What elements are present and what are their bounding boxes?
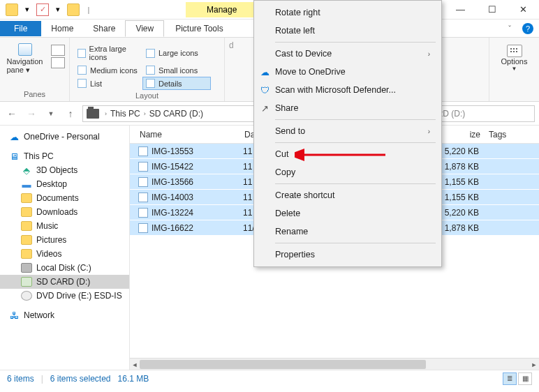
forward-button[interactable]: → — [24, 106, 39, 121]
ribbon-collapse-icon[interactable]: ˇ — [503, 24, 517, 33]
dvd-icon — [21, 291, 32, 301]
tree-network[interactable]: 🖧Network — [0, 308, 129, 322]
file-name: IMG-15422 — [152, 162, 193, 172]
options-icon — [507, 45, 522, 57]
tree-dvd-drive[interactable]: DVD Drive (E:) ESD-IS — [0, 289, 129, 303]
ctx-rotate-right[interactable]: Rotate right — [254, 3, 441, 22]
view-list[interactable]: List — [74, 77, 142, 90]
large-icons-view-icon[interactable]: ▦ — [518, 372, 532, 385]
column-tags[interactable]: Tags — [485, 130, 539, 140]
drive-icon — [87, 109, 99, 119]
ctx-separator — [275, 183, 436, 184]
folder-icon[interactable] — [6, 3, 18, 16]
xl-icons-icon — [77, 49, 86, 58]
sm-icons-icon — [146, 66, 155, 75]
md-icons-icon — [77, 66, 87, 75]
ctx-move-to-onedrive[interactable]: ☁Move to OneDrive — [254, 63, 441, 81]
desktop-icon: ▬ — [21, 179, 32, 189]
tab-home[interactable]: Home — [41, 21, 83, 36]
chevron-right-icon: › — [428, 128, 430, 135]
details-pane-icon[interactable] — [51, 57, 65, 68]
scroll-left-icon[interactable]: ◄ — [130, 359, 140, 370]
ctx-copy[interactable]: Copy — [254, 163, 441, 181]
ctx-share[interactable]: ↗Share — [254, 99, 441, 117]
breadcrumb-sd-card[interactable]: SD CARD (D:) — [148, 109, 205, 119]
tree-videos[interactable]: Videos — [0, 247, 129, 261]
ctx-create-shortcut[interactable]: Create shortcut — [254, 186, 441, 204]
chevron-right-icon[interactable]: › — [142, 110, 148, 117]
ctx-separator — [275, 119, 436, 120]
horizontal-scrollbar[interactable]: ◄ ► — [130, 358, 539, 370]
breadcrumb-this-pc[interactable]: This PC — [109, 109, 142, 119]
status-size: 16.1 MB — [118, 374, 149, 384]
tab-share[interactable]: Share — [83, 21, 125, 36]
ctx-properties[interactable]: Properties — [254, 246, 441, 264]
navigation-pane-label: Navigationpane ▾ — [7, 57, 43, 75]
tree-pictures[interactable]: Pictures — [0, 233, 129, 247]
navigation-pane-icon — [18, 43, 32, 56]
disk-icon — [21, 263, 32, 273]
view-xlarge-icons[interactable]: Extra large icons — [74, 43, 142, 63]
navigation-pane-button[interactable]: Navigationpane ▾ — [4, 40, 45, 75]
downloads-icon — [21, 207, 32, 217]
details-view-icon[interactable]: ≣ — [503, 372, 517, 385]
preview-pane-icon[interactable] — [51, 45, 65, 56]
tree-documents[interactable]: Documents — [0, 191, 129, 205]
file-name: IMG-13224 — [152, 208, 193, 218]
folder-icon[interactable] — [67, 3, 80, 16]
tab-picture-tools[interactable]: Picture Tools — [165, 21, 232, 36]
qat-dropdown-icon[interactable]: ▾ — [21, 3, 34, 16]
ctx-cast-to-device[interactable]: Cast to Device› — [254, 45, 441, 63]
ctx-scan-defender[interactable]: 🛡Scan with Microsoft Defender... — [254, 81, 441, 99]
image-file-icon — [138, 193, 148, 202]
tree-sd-card[interactable]: SD CARD (D:) — [0, 275, 129, 289]
status-bar: 6 items | 6 items selected 16.1 MB ≣ ▦ — [0, 370, 539, 386]
up-button[interactable]: ↑ — [63, 106, 78, 121]
tree-this-pc[interactable]: 🖥This PC — [0, 149, 129, 163]
view-small-icons[interactable]: Small icons — [142, 63, 211, 77]
tab-view[interactable]: View — [125, 20, 164, 37]
chevron-down-icon: ▼ — [512, 66, 517, 72]
status-selected: 6 items selected — [50, 374, 111, 384]
view-large-icons[interactable]: Large icons — [142, 43, 211, 63]
file-name: IMG-14003 — [152, 193, 193, 202]
tab-file[interactable]: File — [0, 21, 41, 36]
checkbox-icon[interactable]: ✓ — [36, 3, 49, 16]
onedrive-icon: ☁ — [258, 66, 271, 78]
window-controls: — ☐ ✕ — [445, 0, 539, 20]
tree-downloads[interactable]: Downloads — [0, 205, 129, 219]
scroll-right-icon[interactable]: ► — [529, 359, 539, 370]
music-icon — [21, 221, 32, 231]
file-name: IMG-16622 — [152, 223, 193, 233]
column-name[interactable]: Name — [135, 130, 240, 140]
image-file-icon — [138, 223, 148, 233]
tree-music[interactable]: Music — [0, 219, 129, 233]
navigation-tree[interactable]: ☁OneDrive - Personal 🖥This PC ⬘3D Object… — [0, 126, 130, 370]
ctx-separator — [275, 142, 436, 143]
view-details[interactable]: Details — [142, 77, 211, 90]
ctx-rotate-left[interactable]: Rotate left — [254, 22, 441, 40]
back-button[interactable]: ← — [4, 106, 20, 121]
view-medium-icons[interactable]: Medium icons — [74, 63, 142, 77]
options-button[interactable]: Options ▼ — [494, 40, 535, 72]
recent-dropdown-icon[interactable]: ▼ — [43, 106, 59, 121]
scroll-thumb[interactable] — [140, 360, 426, 369]
file-name: IMG-13566 — [152, 177, 193, 187]
ctx-rename[interactable]: Rename — [254, 223, 441, 241]
tree-onedrive[interactable]: ☁OneDrive - Personal — [0, 130, 129, 144]
manage-contextual-tab[interactable]: Manage — [186, 2, 258, 17]
tree-local-disk-c[interactable]: Local Disk (C:) — [0, 261, 129, 275]
tree-desktop[interactable]: ▬Desktop — [0, 177, 129, 191]
close-button[interactable]: ✕ — [508, 0, 539, 20]
ctx-delete[interactable]: Delete — [254, 204, 441, 223]
pc-icon: 🖥 — [8, 151, 20, 161]
share-icon: ↗ — [258, 102, 271, 114]
minimize-button[interactable]: — — [445, 0, 476, 20]
maximize-button[interactable]: ☐ — [476, 0, 508, 20]
chevron-right-icon[interactable]: › — [103, 110, 109, 117]
ctx-send-to[interactable]: Send to› — [254, 122, 441, 140]
qat-dropdown-icon[interactable]: ▾ — [52, 3, 64, 16]
tree-3d-objects[interactable]: ⬘3D Objects — [0, 163, 129, 177]
help-icon[interactable]: ? — [522, 23, 533, 34]
list-icon — [77, 79, 87, 88]
